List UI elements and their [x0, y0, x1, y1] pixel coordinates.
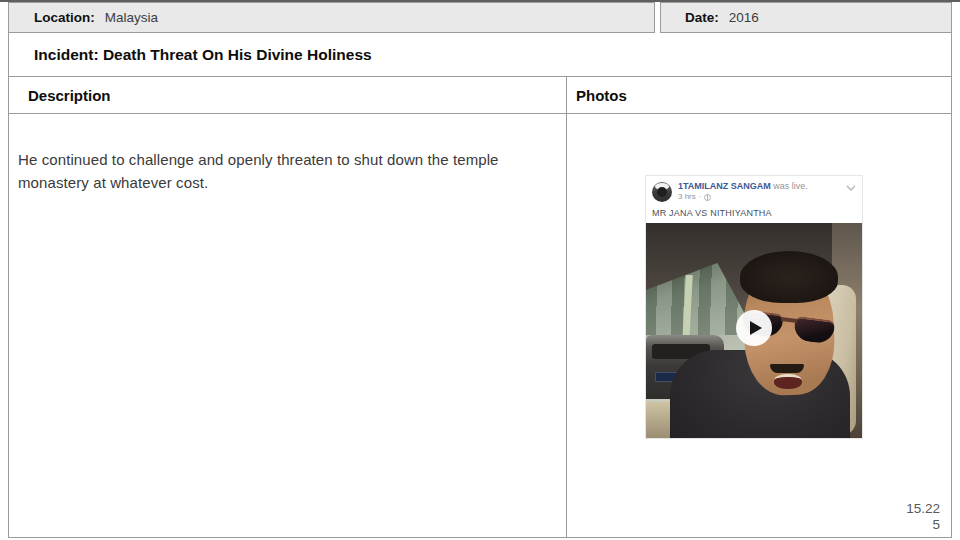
location-box: Location: Malaysia: [8, 2, 655, 33]
description-column-header: Description: [9, 77, 567, 113]
video-thumbnail: [646, 223, 862, 438]
date-label: Date:: [685, 10, 719, 25]
description-text: He continued to challenge and openly thr…: [18, 148, 557, 194]
facebook-live-suffix: was live.: [771, 181, 808, 191]
avatar: [652, 182, 672, 202]
table-header-row: Description Photos: [9, 77, 951, 114]
table-body-row: He continued to challenge and openly thr…: [9, 114, 951, 537]
description-cell: He continued to challenge and openly thr…: [9, 114, 567, 537]
photos-column-header: Photos: [567, 77, 951, 113]
facebook-time-line: 3 hrs ·: [678, 192, 856, 202]
play-button-icon[interactable]: [736, 310, 772, 346]
sunglasses-bridge: [781, 317, 797, 323]
trees-outside-shape: [646, 263, 748, 335]
person-mustache-shape: [770, 364, 804, 373]
sunglasses-right-lens: [793, 316, 836, 345]
facebook-author-name: 1TAMILANZ SANGAM: [678, 181, 771, 191]
slide-page: Location: Malaysia Date: 2016 Incident: …: [0, 0, 960, 540]
location-value: Malaysia: [105, 10, 158, 25]
facebook-time: 3 hrs: [678, 192, 696, 202]
person-mouth-shape: [774, 374, 802, 389]
chevron-down-icon: [846, 184, 856, 192]
header-row: Location: Malaysia Date: 2016: [8, 2, 952, 33]
facebook-post-screenshot: 1TAMILANZ SANGAM was live. 3 hrs · MR JA…: [645, 175, 863, 439]
content-table: Description Photos He continued to chall…: [8, 76, 952, 538]
slide-footer: 15.22 5: [906, 501, 940, 533]
globe-icon: [704, 194, 711, 201]
facebook-post-text: MR JANA VS NITHIYANTHA: [646, 206, 862, 223]
person-hair-shape: [740, 251, 838, 303]
date-box: Date: 2016: [660, 2, 952, 33]
footer-page-number: 5: [906, 517, 940, 533]
photos-cell: 1TAMILANZ SANGAM was live. 3 hrs · MR JA…: [567, 114, 951, 537]
facebook-name-line: 1TAMILANZ SANGAM was live.: [678, 181, 856, 192]
play-triangle: [750, 321, 762, 335]
facebook-post-header: 1TAMILANZ SANGAM was live. 3 hrs ·: [646, 176, 862, 206]
incident-title-row: Incident: Death Threat On His Divine Hol…: [8, 33, 952, 76]
footer-timestamp: 15.22: [906, 501, 940, 517]
location-label: Location:: [34, 10, 95, 25]
incident-title: Incident: Death Threat On His Divine Hol…: [34, 46, 372, 64]
facebook-separator: ·: [699, 192, 702, 202]
date-value: 2016: [729, 10, 759, 25]
